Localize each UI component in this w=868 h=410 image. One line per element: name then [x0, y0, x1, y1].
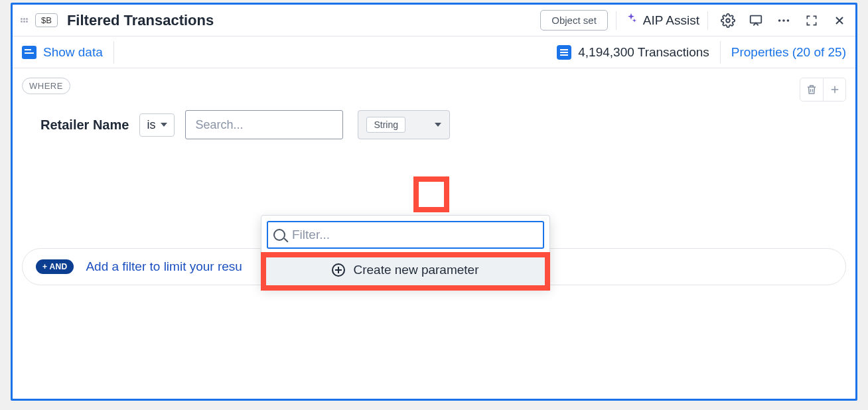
- show-data-icon: [22, 46, 36, 59]
- type-select[interactable]: String: [358, 110, 450, 139]
- dataset-icon: [557, 45, 571, 60]
- sparkle-icon: [624, 12, 638, 29]
- gear-icon[interactable]: [719, 11, 737, 30]
- aip-assist-label: AIP Assist: [643, 13, 699, 28]
- divider: [113, 41, 114, 64]
- type-label: String: [366, 117, 405, 133]
- drag-handle-icon[interactable]: [19, 18, 29, 23]
- info-bar: Show data 4,194,300 Transactions Propert…: [13, 36, 855, 68]
- page-title: Filtered Transactions: [67, 12, 214, 29]
- plus-icon[interactable]: [823, 78, 845, 101]
- divider: [720, 41, 721, 64]
- svg-point-3: [782, 19, 785, 22]
- chevron-down-icon: [161, 123, 167, 127]
- svg-point-0: [726, 19, 730, 23]
- parameter-dropdown: Create new parameter: [261, 215, 550, 287]
- close-icon[interactable]: [830, 11, 849, 30]
- chevron-down-icon: [435, 123, 441, 127]
- create-parameter-item[interactable]: Create new parameter: [261, 254, 549, 286]
- more-icon[interactable]: [774, 11, 793, 30]
- annotation-highlight: [413, 176, 449, 212]
- svg-rect-1: [751, 15, 762, 23]
- filter-field-label: Retailer Name: [40, 117, 129, 133]
- object-set-button[interactable]: Object set: [540, 10, 608, 31]
- transaction-count: 4,194,300 Transactions: [557, 45, 709, 60]
- svg-point-2: [778, 19, 781, 22]
- divider: [616, 11, 616, 30]
- search-icon: [273, 229, 285, 241]
- plus-circle-icon: [332, 263, 345, 277]
- aip-assist-button[interactable]: AIP Assist: [624, 12, 699, 29]
- show-data-button[interactable]: Show data: [22, 45, 103, 60]
- operator-select[interactable]: is: [139, 113, 175, 137]
- filter-tools: [800, 78, 846, 102]
- dropdown-filter-box[interactable]: [267, 221, 544, 249]
- transaction-count-label: 4,194,300 Transactions: [578, 45, 709, 60]
- properties-link[interactable]: Properties (20 of 25): [731, 45, 846, 60]
- add-filter-text: Add a filter to limit your resu: [86, 259, 242, 274]
- title-bar: $B Filtered Transactions Object set AIP …: [13, 5, 855, 36]
- value-search-input[interactable]: [185, 110, 343, 139]
- expand-icon[interactable]: [802, 11, 821, 30]
- where-chip: WHERE: [22, 78, 70, 94]
- app-frame: $B Filtered Transactions Object set AIP …: [11, 3, 857, 401]
- trash-icon[interactable]: [800, 78, 823, 101]
- dropdown-filter-input[interactable]: [291, 227, 538, 243]
- variable-badge[interactable]: $B: [35, 13, 58, 27]
- filter-row: Retailer Name is String: [40, 110, 846, 139]
- and-pill: + AND: [36, 259, 74, 274]
- filter-body: WHERE Retailer Name is String: [13, 68, 855, 149]
- operator-label: is: [147, 118, 155, 132]
- presentation-icon[interactable]: [747, 11, 765, 30]
- create-parameter-label: Create new parameter: [353, 263, 478, 277]
- divider: [707, 11, 708, 30]
- show-data-label: Show data: [43, 45, 103, 60]
- svg-point-4: [787, 19, 790, 22]
